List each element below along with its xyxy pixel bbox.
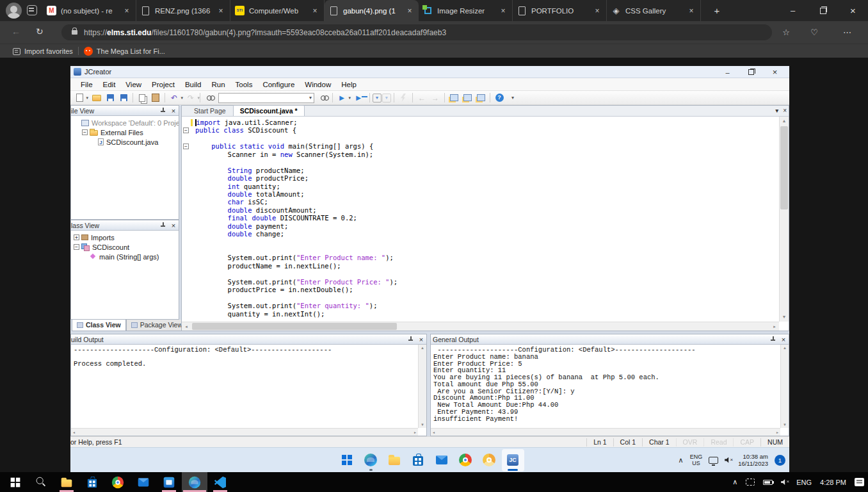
pin-icon xyxy=(770,336,776,342)
jcreator-status-bar: or Help, press F1 Ln 1Col 1Char 1OVRRead… xyxy=(70,436,789,447)
code-token: DISCOUNTRATE = 0.2; xyxy=(276,214,357,222)
tab-search-icon[interactable] xyxy=(27,5,37,15)
class-view-panel: lass View +Imports−SCDiscountmain (Strin… xyxy=(70,220,179,320)
code-token: char xyxy=(228,198,244,206)
code-token: "Enter quantity: " xyxy=(296,302,369,309)
editor-horizontal-scrollbar[interactable] xyxy=(182,322,779,331)
code-text: productName = in.nextLine(); xyxy=(195,262,341,270)
tab-close-icon[interactable] xyxy=(499,6,508,15)
code-text: quantity = in.nextInt(); xyxy=(195,310,325,318)
browser-essentials-icon[interactable] xyxy=(810,28,818,37)
code-token: static xyxy=(240,142,264,150)
os-taskbar-apps xyxy=(3,472,233,492)
os-mail-button[interactable] xyxy=(131,472,156,492)
tab-close-icon[interactable] xyxy=(687,6,696,15)
copy-button xyxy=(136,92,149,104)
general-output-hscrollbar[interactable] xyxy=(431,428,780,436)
os-photos-button[interactable] xyxy=(156,472,182,492)
tab-close-icon[interactable] xyxy=(216,6,225,15)
code-token: Scanner(System.in); xyxy=(293,151,373,158)
css-favicon xyxy=(611,6,621,15)
tab-close-icon[interactable] xyxy=(122,6,131,15)
menu-edit: Edit xyxy=(98,81,121,88)
clock[interactable]: 4:28 PM xyxy=(820,479,846,486)
w11-chrome-button xyxy=(454,449,477,472)
code-token: "Enter Product name: " xyxy=(296,254,385,261)
code-token: String xyxy=(228,167,252,174)
back-icon[interactable] xyxy=(12,26,20,37)
tray-chevron-icon[interactable] xyxy=(732,478,737,486)
browser-tab[interactable]: RENZ.png (1366 xyxy=(136,0,230,21)
build-output-vscrollbar[interactable] xyxy=(418,345,426,428)
os-taskbar: ENG 4:28 PM xyxy=(0,472,868,492)
os-edge-button[interactable] xyxy=(182,472,207,492)
gutter-spacer xyxy=(191,247,193,254)
profile-avatar[interactable] xyxy=(6,3,22,19)
file-explorer-icon xyxy=(387,452,402,468)
editor-vertical-scrollbar[interactable] xyxy=(779,117,789,322)
language-indicator[interactable]: ENG xyxy=(796,479,812,486)
os-vscode-button[interactable] xyxy=(207,472,233,492)
browser-tab-strip: (no subject) - reRENZ.png (1366Computer/… xyxy=(42,0,701,21)
search-icon xyxy=(34,475,48,489)
muted-speaker-icon[interactable] xyxy=(781,479,788,486)
os-windows-start-button[interactable] xyxy=(3,472,28,492)
action-center-icon[interactable] xyxy=(855,478,864,486)
settings-menu-icon[interactable] xyxy=(843,28,851,37)
general-output-vscrollbar[interactable] xyxy=(780,345,789,428)
code-token: double xyxy=(252,214,277,222)
code-line: import java.util.Scanner; xyxy=(182,119,779,126)
browser-tab[interactable]: Image Resizer xyxy=(419,0,513,21)
browser-tab[interactable]: gabun(4).png (1 xyxy=(325,0,419,21)
help-button xyxy=(493,92,506,104)
build-output-hscrollbar[interactable] xyxy=(71,428,418,436)
fold-gutter: − xyxy=(182,144,191,149)
code-area[interactable]: import java.util.Scanner;−public class S… xyxy=(182,117,779,322)
url-path: /files/11601780/gabun(4).png?lmsauth=559… xyxy=(151,28,446,37)
restore-button[interactable] xyxy=(808,0,838,21)
scrollbar-thumb[interactable] xyxy=(780,126,788,209)
output-line: Process completed. xyxy=(74,361,415,368)
general-output-title: General Output xyxy=(433,336,770,343)
output-line: insufficient Payment! xyxy=(433,416,778,423)
file-favicon xyxy=(330,6,337,15)
favorite-star-icon[interactable] xyxy=(782,28,790,37)
bookmark-item[interactable]: The Mega List for Fi... xyxy=(79,44,170,58)
bookmarks-bar: Import favoritesThe Mega List for Fi... xyxy=(0,44,868,58)
battery-icon[interactable] xyxy=(763,480,773,485)
os-system-tray: ENG 4:28 PM xyxy=(732,472,864,492)
jcreator-icon xyxy=(505,452,520,468)
tab-close-icon[interactable] xyxy=(405,6,414,15)
os-chrome-button[interactable] xyxy=(105,472,131,492)
bookmark-item[interactable]: Import favorites xyxy=(8,44,78,58)
browser-tab[interactable]: CSS Gallery xyxy=(607,0,701,21)
minimize-button[interactable] xyxy=(778,0,808,21)
notification-badge: 1 xyxy=(775,455,785,466)
menu-project: Project xyxy=(147,81,180,88)
code-token xyxy=(195,198,228,206)
panel-tab-label: Class View xyxy=(86,321,121,329)
os-file-explorer-button[interactable] xyxy=(54,472,79,492)
menu-configure: Configure xyxy=(257,81,300,88)
scrollbar-thumb[interactable] xyxy=(192,323,397,330)
new-file-button xyxy=(73,92,86,104)
os-search-button[interactable] xyxy=(28,472,54,492)
new-tab-button[interactable] xyxy=(711,4,723,17)
tab-close-icon[interactable] xyxy=(310,6,319,15)
close-button[interactable] xyxy=(838,0,868,21)
refresh-icon[interactable] xyxy=(36,26,44,37)
browser-tab[interactable]: PORTFOLIO xyxy=(513,0,607,21)
lock-icon[interactable] xyxy=(72,30,77,35)
output-line xyxy=(74,354,415,361)
address-field[interactable]: https://elms.sti.edu/files/11601780/gabu… xyxy=(61,24,772,40)
phone-link-icon[interactable] xyxy=(746,479,755,486)
browser-tab[interactable]: (no subject) - re xyxy=(42,0,136,21)
running-indicator xyxy=(508,469,518,471)
browser-tab[interactable]: Computer/Web xyxy=(230,0,325,21)
jcreator-window-controls xyxy=(716,66,787,78)
tab-close-icon[interactable] xyxy=(593,6,602,15)
os-microsoft-store-button[interactable] xyxy=(79,472,105,492)
scroll-left-icon xyxy=(182,322,191,331)
code-token: final xyxy=(228,214,248,222)
microsoft-store-icon xyxy=(85,475,99,489)
